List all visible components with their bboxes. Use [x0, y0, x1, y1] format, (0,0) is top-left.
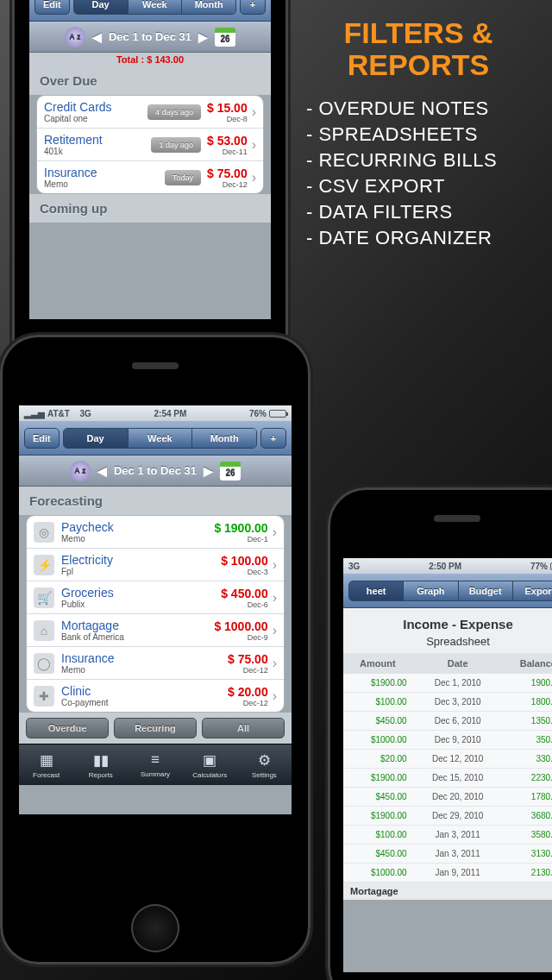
promo-feature: - DATE ORGANIZER: [306, 227, 530, 249]
list-item[interactable]: ◯InsuranceMemo$ 75.00Dec-12›: [27, 647, 284, 680]
item-title: Clinic: [61, 684, 228, 698]
item-amount: $ 75.00: [207, 166, 248, 180]
date-range[interactable]: Dec 1 to Dec 31: [114, 464, 197, 477]
seg-day[interactable]: Day: [64, 429, 129, 448]
item-date: Dec-12: [228, 666, 268, 675]
table-row: $1900.00Dec 29, 20103680.00: [343, 807, 552, 826]
item-date: Dec-11: [207, 148, 248, 156]
tab-label: Settings: [252, 771, 277, 779]
edit-button[interactable]: Edit: [34, 0, 70, 15]
phone-frame-spreadsheet: 3G 2:50 PM 77% heetGraphBudgetExport Inc…: [328, 487, 552, 980]
tab-bar: ▦Forecast▮▮Reports≡Summary▣Calculators⚙S…: [19, 744, 292, 785]
item-title: Credit Cards: [44, 100, 141, 114]
toolbar: Edit Day Week Month +: [29, 0, 271, 22]
chevron-right-icon: ›: [252, 104, 256, 120]
tab-settings[interactable]: ⚙Settings: [237, 744, 292, 785]
list-item[interactable]: Retitement401k1 day ago$ 53.00Dec-11›: [37, 129, 263, 161]
item-amount: $ 450.00: [221, 587, 268, 600]
item-amount: $ 53.00: [207, 134, 248, 148]
calendar-icon[interactable]: 26: [220, 462, 241, 481]
list-item[interactable]: Credit CardsCapital one4 days ago$ 15.00…: [37, 96, 263, 129]
item-subtitle: Memo: [61, 665, 228, 675]
filter-all[interactable]: All: [202, 718, 285, 738]
home-button[interactable]: [131, 904, 179, 952]
item-title: Insurance: [44, 166, 159, 179]
column-header: Date: [412, 653, 504, 674]
seg-week[interactable]: Week: [129, 429, 193, 448]
table-row: $450.00Jan 3, 20113130.00: [343, 845, 552, 864]
report-segment[interactable]: heetGraphBudgetExport: [348, 581, 552, 601]
view-segment[interactable]: Day Week Month: [63, 428, 257, 449]
seg-heet[interactable]: heet: [349, 581, 404, 600]
filter-recurring[interactable]: Recuring: [114, 718, 197, 738]
column-header: Amount: [343, 653, 412, 674]
next-arrow-icon[interactable]: ▶: [204, 464, 213, 478]
add-button[interactable]: +: [240, 0, 266, 15]
tab-label: Forecast: [33, 771, 60, 779]
tab-icon: ▣: [203, 751, 216, 770]
section-overdue: Over Due: [29, 66, 271, 95]
chevron-right-icon: ›: [273, 525, 277, 540]
next-arrow-icon[interactable]: ▶: [198, 30, 208, 44]
seg-export[interactable]: Export: [513, 581, 552, 600]
item-subtitle: Bank of America: [61, 632, 214, 642]
status-time: 2:50 PM: [429, 562, 461, 571]
table-row: $20.00Dec 12, 2010330.00: [343, 750, 552, 769]
list-item[interactable]: ◎PaycheckMemo$ 1900.00Dec-1›: [27, 516, 284, 549]
list-item[interactable]: ⚡ElectricityFpl$ 100.00Dec-3›: [27, 549, 284, 581]
edit-button[interactable]: Edit: [24, 428, 60, 449]
calendar-icon[interactable]: 26: [215, 28, 235, 47]
view-segment[interactable]: Day Week Month: [73, 0, 236, 15]
item-amount: $ 20.00: [228, 685, 268, 699]
list-item[interactable]: 🛒GroceriesPublix$ 450.00Dec-6›: [27, 581, 284, 614]
item-date: Dec-12: [207, 180, 248, 189]
tab-icon: ⚙: [258, 751, 271, 770]
sheet-subtitle: Spreadsheet: [343, 635, 552, 653]
tab-reports[interactable]: ▮▮Reports: [73, 744, 128, 785]
add-button[interactable]: +: [260, 428, 286, 449]
item-date: Dec-1: [214, 535, 267, 543]
tab-forecast[interactable]: ▦Forecast: [19, 744, 73, 785]
seg-month[interactable]: Month: [182, 0, 235, 14]
chevron-right-icon: ›: [273, 557, 277, 573]
list-item[interactable]: ✚ClinicCo-payment$ 20.00Dec-12›: [27, 680, 284, 712]
phone-frame-forecast: ▂▃▅ AT&T 3G 2:54 PM 76% Edit Day Week Mo…: [0, 335, 310, 964]
seg-month[interactable]: Month: [192, 429, 256, 448]
item-date: Dec-6: [221, 600, 268, 609]
table-row: $100.00Jan 3, 20113580.00: [343, 826, 552, 845]
item-title: Retitement: [44, 133, 145, 147]
toolbar: heetGraphBudgetExport: [343, 574, 552, 608]
category-icon: ✚: [34, 686, 54, 707]
filter-overdue[interactable]: Overdue: [26, 718, 109, 738]
item-title: Insurance: [61, 651, 228, 665]
total-label: Total : $ 143.00: [29, 53, 271, 66]
tab-label: Summary: [141, 770, 170, 778]
sheet-title: Income - Expense: [343, 608, 552, 635]
prev-arrow-icon[interactable]: ◀: [97, 464, 107, 478]
seg-graph[interactable]: Graph: [404, 581, 458, 600]
sort-icon[interactable]: A z: [70, 461, 91, 481]
sheet-footer-row: Mortagage: [343, 883, 552, 900]
chevron-right-icon: ›: [273, 623, 277, 638]
tab-calculators[interactable]: ▣Calculators: [183, 744, 237, 785]
list-item[interactable]: InsuranceMemoToday$ 75.00Dec-12›: [37, 161, 263, 193]
tab-summary[interactable]: ≡Summary: [128, 744, 182, 785]
item-subtitle: Co-payment: [61, 698, 228, 707]
item-amount: $ 100.00: [221, 554, 268, 568]
overdue-badge: Today: [165, 170, 201, 185]
battery-icon: [269, 410, 286, 418]
seg-week[interactable]: Week: [129, 0, 183, 14]
date-range[interactable]: Dec 1 to Dec 31: [109, 30, 191, 43]
promo-title: FILTERS &REPORTS: [306, 17, 530, 82]
seg-budget[interactable]: Budget: [459, 581, 513, 600]
tab-label: Reports: [89, 771, 113, 779]
prev-arrow-icon[interactable]: ◀: [92, 30, 102, 44]
date-subbar: A z ◀ Dec 1 to Dec 31 ▶ 26: [29, 22, 271, 53]
item-amount: $ 1900.00: [214, 521, 267, 535]
sort-icon[interactable]: A z: [65, 27, 85, 47]
list-item[interactable]: ⌂MortagageBank of America$ 1000.00Dec-9›: [27, 614, 284, 647]
category-icon: 🛒: [34, 587, 54, 608]
item-title: Electricity: [61, 553, 221, 567]
seg-day[interactable]: Day: [74, 0, 129, 14]
category-icon: ⚡: [34, 555, 54, 575]
